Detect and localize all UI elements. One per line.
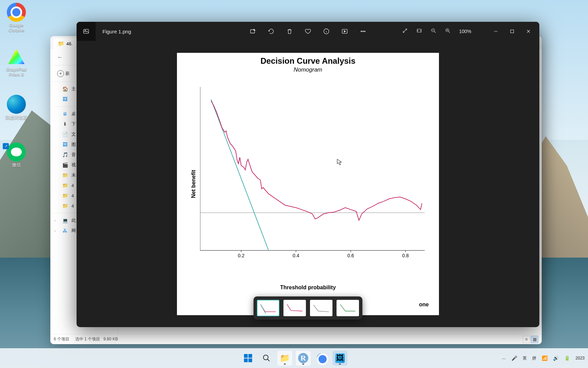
chart-xlabel: Threshold probability xyxy=(177,285,439,291)
back-button[interactable]: ← xyxy=(54,52,65,63)
zoom-level: 100% xyxy=(459,29,471,34)
wechat-icon xyxy=(7,142,26,162)
tray-date[interactable]: 2023 xyxy=(575,356,585,361)
new-button[interactable]: + 新 xyxy=(54,68,73,79)
ime-lang[interactable]: 英 xyxy=(523,355,527,361)
desktop-icon: 🖥 xyxy=(62,111,68,117)
music-icon: 🎵 xyxy=(62,152,68,158)
view-details-button[interactable]: ≡ xyxy=(523,336,530,343)
desktop-icon-wechat[interactable]: 微信 ↗ xyxy=(3,142,30,168)
svg-point-6 xyxy=(363,31,364,32)
gallery-icon: 🖼 xyxy=(62,96,68,102)
svg-text:0.8: 0.8 xyxy=(402,253,409,258)
thumbnail-2[interactable] xyxy=(283,300,306,316)
document-icon: 📄 xyxy=(62,131,68,137)
tray-overflow-icon[interactable]: ︿ xyxy=(502,355,506,361)
shortcut-arrow-icon: ↗ xyxy=(3,143,9,149)
svg-rect-11 xyxy=(511,30,514,33)
view-icons-button[interactable]: ▦ xyxy=(531,336,538,343)
taskbar: 📁 R 🖼 ︿ 🎤 英 拼 📶 🔊 🔋 2023 xyxy=(0,348,588,368)
zoom-out-button[interactable] xyxy=(430,28,437,35)
favorite-button[interactable] xyxy=(304,27,312,36)
home-icon: 🏠 xyxy=(62,86,68,92)
folder-icon: 📁 xyxy=(62,172,68,178)
volume-icon[interactable]: 🔊 xyxy=(553,355,559,361)
svg-text:0.2: 0.2 xyxy=(238,253,245,258)
taskbar-tray: ︿ 🎤 英 拼 📶 🔊 🔋 2023 xyxy=(502,355,588,361)
status-selected: 选中 1 个项目 xyxy=(75,337,100,341)
slideshow-button[interactable] xyxy=(340,27,349,36)
delete-button[interactable] xyxy=(285,27,294,36)
svg-point-29 xyxy=(263,355,268,360)
network-icon: 🖧 xyxy=(62,228,68,234)
photos-app-icon[interactable] xyxy=(77,22,96,41)
taskbar-center: 📁 R 🖼 xyxy=(241,351,347,366)
chrome-icon xyxy=(7,3,26,22)
taskbar-photos[interactable]: 🖼 xyxy=(332,351,347,366)
video-icon: 🎬 xyxy=(62,162,68,168)
chart-image: Decision Curve Analysis Nomogram Net ben… xyxy=(177,53,439,315)
minimize-button[interactable] xyxy=(488,24,504,39)
taskbar-rstudio[interactable]: R xyxy=(296,351,311,366)
chart-subtitle: Nomogram xyxy=(177,66,439,73)
desktop-icon-prism[interactable]: GraphPad Prism 9 xyxy=(3,47,30,77)
svg-point-7 xyxy=(364,31,365,32)
edit-button[interactable] xyxy=(248,27,257,36)
taskbar-explorer[interactable]: 📁 xyxy=(277,351,292,366)
prism-icon xyxy=(7,47,26,66)
pictures-icon: 🖼 xyxy=(62,141,68,148)
fit-button[interactable] xyxy=(416,28,422,35)
mic-icon[interactable]: 🎤 xyxy=(511,355,517,361)
chart-legend-partial: one xyxy=(419,302,429,308)
close-button[interactable] xyxy=(520,24,537,39)
status-size: 9.80 KB xyxy=(103,337,118,341)
thumbnail-1[interactable] xyxy=(257,300,279,316)
info-button[interactable] xyxy=(322,27,331,36)
zoom-in-button[interactable] xyxy=(445,28,451,35)
start-button[interactable] xyxy=(241,351,256,366)
status-item-count: 6 个项目 xyxy=(54,337,69,341)
explorer-tab[interactable]: 📁 46. xyxy=(53,38,77,49)
desktop-icon-chrome[interactable]: Google Chrome xyxy=(3,3,30,33)
fullscreen-button[interactable] xyxy=(402,28,408,35)
thumbnail-4[interactable] xyxy=(337,300,359,316)
cursor-icon xyxy=(337,159,342,167)
rotate-button[interactable] xyxy=(267,27,276,36)
photos-filename: Figure 1.png xyxy=(102,29,131,34)
thumbnail-3[interactable] xyxy=(310,300,332,316)
svg-text:0.6: 0.6 xyxy=(347,253,354,258)
chart-title: Decision Curve Analysis xyxy=(177,56,439,66)
photos-canvas: Decision Curve Analysis Nomogram Net ben… xyxy=(77,41,539,327)
plus-icon: + xyxy=(57,70,64,77)
chart-plot-area: 0.00.10.20.20.40.60.8 xyxy=(200,77,425,271)
taskbar-search[interactable] xyxy=(259,351,274,366)
folder-icon: 📁 xyxy=(62,193,68,199)
folder-icon: 📁 xyxy=(62,182,68,188)
battery-icon[interactable]: 🔋 xyxy=(564,355,570,361)
folder-icon: 📁 xyxy=(58,41,64,47)
explorer-status-bar: 6 个项目 选中 1 个项目 9.80 KB ≡ ▦ xyxy=(50,334,542,344)
thumbnail-strip xyxy=(254,296,362,320)
photos-app-window: Figure 1.png 100% Decision Curve Ana xyxy=(77,22,539,327)
monitor-icon: 💻 xyxy=(62,217,68,224)
chart-svg: 0.00.10.20.20.40.60.8 xyxy=(200,77,425,271)
folder-icon: 📁 xyxy=(62,203,68,209)
maximize-button[interactable] xyxy=(504,24,520,39)
photos-right-toolbar: 100% xyxy=(402,24,539,39)
svg-line-28 xyxy=(261,304,266,313)
taskbar-chrome[interactable] xyxy=(314,351,329,366)
svg-point-5 xyxy=(361,31,362,32)
edge-icon xyxy=(7,95,26,114)
photos-center-toolbar xyxy=(248,27,368,36)
wifi-icon[interactable]: 📶 xyxy=(542,355,548,361)
ime-mode[interactable]: 拼 xyxy=(532,355,536,361)
download-icon: ⬇ xyxy=(62,121,68,127)
more-button[interactable] xyxy=(359,27,368,36)
svg-text:0.4: 0.4 xyxy=(293,253,299,258)
chart-ylabel: Net benefit xyxy=(191,170,197,198)
photos-titlebar[interactable]: Figure 1.png 100% xyxy=(77,22,539,41)
svg-point-1 xyxy=(85,30,86,31)
desktop-icon-edge[interactable]: 联想浏览器 xyxy=(3,95,30,121)
